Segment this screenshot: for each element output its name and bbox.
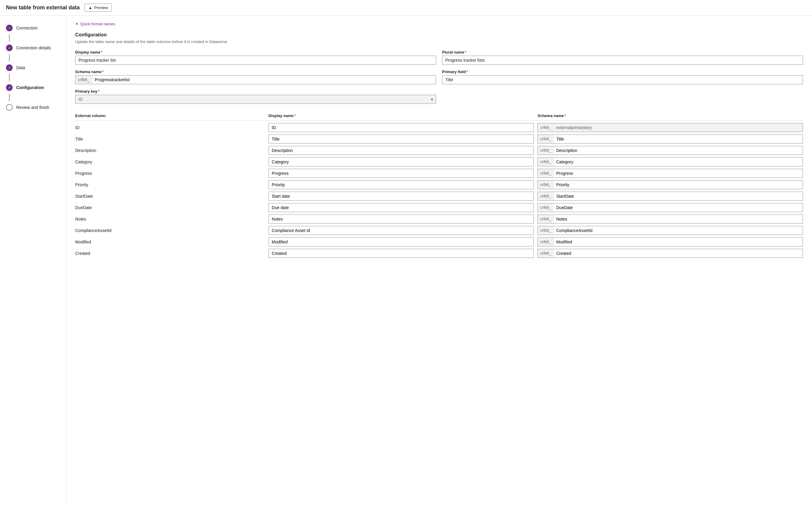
section-title: Configuration xyxy=(75,32,803,38)
display-name-col-input[interactable] xyxy=(268,249,534,258)
main-content: ✦ Quick format names Configuration Updat… xyxy=(66,16,812,506)
field-primary-field: Primary field* xyxy=(442,69,803,84)
schema-cell: crfb6_ xyxy=(538,215,803,224)
external-col-name: ComplianceAssetId xyxy=(75,226,265,235)
schema-cell: crfb6_ xyxy=(538,203,803,212)
primary-key-select[interactable]: ID xyxy=(75,95,436,104)
external-col-name: Title xyxy=(75,135,265,143)
schema-cell-prefix: crfb6_ xyxy=(538,249,554,258)
columns-body: IDcrfb6_externalprimarykeyTitlecrfb6_Des… xyxy=(75,123,803,258)
app-layout: ✓ Connection ✓ Connection details ✓ Data… xyxy=(0,16,812,506)
field-display-name: Display name* xyxy=(75,50,436,65)
external-col-name: Description xyxy=(75,146,265,155)
sidebar-label-configuration: Configuration xyxy=(16,85,44,90)
step-circle-configuration: ✓ xyxy=(6,84,13,91)
preview-button[interactable]: ▲ Preview xyxy=(84,4,112,12)
schema-cell-input[interactable] xyxy=(554,204,803,212)
display-name-col-input[interactable] xyxy=(268,226,534,235)
plural-name-label: Plural name* xyxy=(442,50,803,54)
external-col-name: Modified xyxy=(75,238,265,246)
schema-cell-prefix: crfb6_ xyxy=(538,169,554,177)
external-col-name: DueDate xyxy=(75,204,265,212)
sidebar-label-connection-details: Connection details xyxy=(16,45,51,50)
schema-cell-prefix: crfb6_ xyxy=(538,135,554,143)
sidebar: ✓ Connection ✓ Connection details ✓ Data… xyxy=(0,16,66,506)
external-col-name: Notes xyxy=(75,215,265,223)
schema-cell: crfb6_ xyxy=(538,192,803,201)
external-col-name: Created xyxy=(75,249,265,258)
table-row: Createdcrfb6_ xyxy=(75,249,803,258)
sidebar-item-configuration[interactable]: ✓ Configuration xyxy=(0,81,66,94)
display-name-col-input[interactable] xyxy=(268,180,534,189)
display-name-col-input[interactable] xyxy=(268,215,534,224)
field-primary-key: Primary key* ID ▾ xyxy=(75,89,436,104)
step-circle-connection-details: ✓ xyxy=(6,45,13,51)
schema-cell-input[interactable] xyxy=(554,226,803,235)
schema-cell: crfb6_ xyxy=(538,249,803,258)
sidebar-item-connection[interactable]: ✓ Connection xyxy=(0,22,66,34)
sidebar-label-connection: Connection xyxy=(16,25,38,31)
schema-cell-input[interactable] xyxy=(554,158,803,166)
field-primary-key-placeholder xyxy=(442,89,803,104)
col-header-display: Display name* xyxy=(268,113,534,118)
display-name-col-input[interactable] xyxy=(268,123,534,132)
table-row: Titlecrfb6_ xyxy=(75,134,803,144)
schema-cell-input[interactable] xyxy=(554,146,803,155)
display-name-col-input[interactable] xyxy=(268,134,534,144)
display-name-input[interactable] xyxy=(75,56,436,65)
table-row: ComplianceAssetIdcrfb6_ xyxy=(75,226,803,235)
schema-cell-input[interactable] xyxy=(554,238,803,246)
schema-cell-input[interactable] xyxy=(554,192,803,201)
display-name-col-input[interactable] xyxy=(268,169,534,178)
field-plural-name: Plural name* xyxy=(442,50,803,65)
display-name-col-input[interactable] xyxy=(268,157,534,166)
display-name-col-input[interactable] xyxy=(268,146,534,155)
schema-cell-input[interactable] xyxy=(554,135,803,143)
sidebar-label-data: Data xyxy=(16,65,25,70)
page-title: New table from external data xyxy=(6,4,80,11)
schema-prefix: crfb6_ xyxy=(75,75,92,84)
schema-cell-input[interactable] xyxy=(554,215,803,223)
schema-cell-prefix: crfb6_ xyxy=(538,238,554,246)
schema-cell-input[interactable] xyxy=(554,169,803,177)
schema-cell-prefix: crfb6_ xyxy=(538,180,554,189)
sidebar-label-review: Review and finish xyxy=(16,105,49,110)
schema-cell: crfb6_ xyxy=(538,180,803,189)
step-circle-data: ✓ xyxy=(6,64,13,71)
step-connector-3 xyxy=(9,74,10,81)
col-header-schema: Schema name* xyxy=(538,113,803,118)
form-row-schema: Schema name* crfb6_ Primary field* xyxy=(75,69,803,84)
display-name-col-input[interactable] xyxy=(268,203,534,212)
step-connector-2 xyxy=(9,54,10,61)
schema-cell-input[interactable] xyxy=(554,180,803,189)
sidebar-item-data[interactable]: ✓ Data xyxy=(0,61,66,74)
primary-key-select-wrapper: ID ▾ xyxy=(75,95,436,104)
plural-name-input[interactable] xyxy=(442,56,803,65)
schema-cell-prefix: crfb6_ xyxy=(538,158,554,166)
quick-format-label: Quick format names xyxy=(80,22,115,26)
preview-icon: ▲ xyxy=(88,5,92,10)
external-col-name: Priority xyxy=(75,180,265,189)
table-row: Progresscrfb6_ xyxy=(75,169,803,178)
schema-cell: crfb6_ xyxy=(538,157,803,166)
schema-cell-input[interactable] xyxy=(554,249,803,258)
schema-name-input[interactable] xyxy=(92,75,436,84)
columns-header: External column Display name* Schema nam… xyxy=(75,111,803,121)
external-col-name: Progress xyxy=(75,169,265,177)
display-name-col-input[interactable] xyxy=(268,237,534,246)
sidebar-item-review-and-finish[interactable]: Review and finish xyxy=(0,101,66,114)
quick-format-row[interactable]: ✦ Quick format names xyxy=(75,22,803,26)
table-row: Categorycrfb6_ xyxy=(75,157,803,166)
sidebar-item-connection-details[interactable]: ✓ Connection details xyxy=(0,42,66,54)
schema-input-wrapper: crfb6_ xyxy=(75,75,436,84)
display-name-col-input[interactable] xyxy=(268,192,534,201)
schema-cell-prefix: crfb6_ xyxy=(538,226,554,235)
app-header: New table from external data ▲ Preview xyxy=(0,0,812,16)
table-row: Prioritycrfb6_ xyxy=(75,180,803,189)
columns-table: External column Display name* Schema nam… xyxy=(75,111,803,258)
form-row-primary-key: Primary key* ID ▾ xyxy=(75,89,803,104)
primary-field-input[interactable] xyxy=(442,75,803,84)
primary-key-label: Primary key* xyxy=(75,89,436,94)
section-desc: Update the table name and details of the… xyxy=(75,40,803,44)
schema-cell-prefix: crfb6_ xyxy=(538,123,554,132)
